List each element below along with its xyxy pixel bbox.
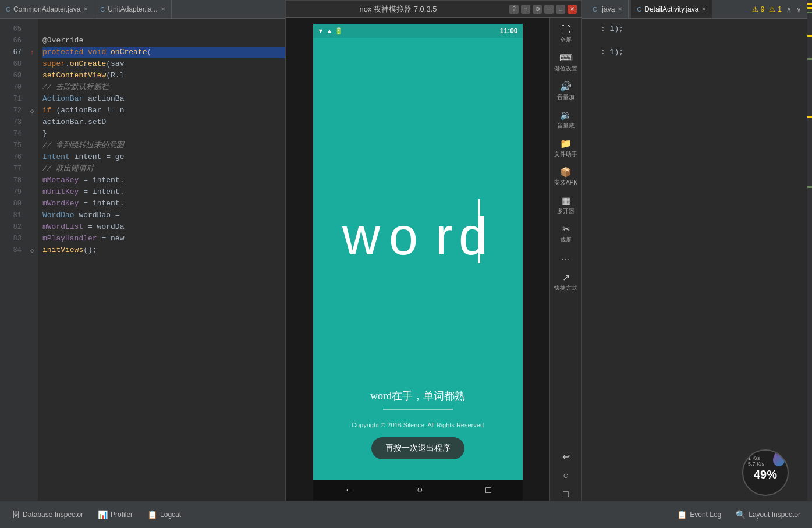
emulator-sidebar: ⛶ 全屏 ⌨ 键位设置 🔊 音量加 🔉 音量减 📁 文件助手 📦 安装APK — [549, 18, 581, 506]
java-icon-2: C — [100, 6, 105, 13]
more-icon: … — [561, 252, 570, 263]
code-line-82: mWordList = wordDa — [42, 221, 291, 233]
code-line-76: Intent intent = ge — [42, 151, 291, 163]
close-tab-2[interactable]: ✕ — [161, 6, 165, 12]
warning-nav[interactable]: ∧ — [786, 5, 792, 13]
back-nav-icon: ↩ — [562, 451, 570, 462]
recents-button[interactable]: □ — [485, 485, 491, 495]
tab-java-right[interactable]: C .java ✕ — [587, 0, 629, 18]
help-button[interactable]: ? — [509, 5, 519, 14]
install-apk-button[interactable]: 📦 安装APK — [551, 163, 580, 190]
back-nav-button[interactable]: ↩ — [551, 448, 580, 466]
logcat-label: Logcat — [160, 511, 181, 519]
home-nav-button[interactable]: ○ — [551, 467, 580, 484]
gutter-mark-4 — [807, 35, 812, 37]
screenshot-button[interactable]: ✂ 截屏 — [551, 220, 580, 247]
gutter-mark-3 — [807, 12, 812, 13]
balloon-decoration — [773, 452, 785, 466]
code-editor-left: 65 66 67 68 69 70 71 72 73 74 75 76 77 7… — [0, 19, 291, 501]
java-icon-r1: C — [593, 6, 597, 13]
warning-count-2: ⚠ 1 — [769, 5, 782, 13]
file-assistant-button[interactable]: 📁 文件助手 — [551, 134, 580, 162]
fullscreen-icon: ⛶ — [561, 24, 570, 35]
word-logo-svg: w o r d — [336, 185, 499, 278]
line-numbers: 65 66 67 68 69 70 71 72 73 74 75 76 77 7… — [0, 19, 26, 501]
exit-toast: 再按一次退出程序 — [371, 437, 464, 459]
net-up-speed: 1 K/s — [748, 455, 760, 461]
code-line-69: setContentView(R.l — [42, 70, 291, 81]
event-log-icon: 📋 — [677, 510, 687, 519]
ide-right-panel: C .java ✕ C DetailActivity.java ✕ ⚠ 9 ⚠ … — [582, 0, 812, 501]
net-down-speed: 5.7 K/s — [748, 461, 764, 467]
code-line-66: @Override — [42, 35, 291, 47]
volume-down-button[interactable]: 🔉 音量减 — [551, 106, 580, 133]
svg-text:w: w — [342, 207, 381, 265]
code-content-left[interactable]: @Override protected void onCreate( super… — [38, 19, 291, 501]
volume-down-icon: 🔉 — [560, 109, 572, 121]
volume-up-icon: 🔊 — [560, 81, 572, 92]
emulator-title-text: nox 夜神模拟器 7.0.3.5 — [290, 4, 506, 15]
install-icon: 📦 — [560, 166, 572, 178]
layout-inspector-button[interactable]: 🔍 Layout Inspector — [730, 508, 806, 522]
tab-common-adapter[interactable]: C CommonAdapter.java ✕ — [0, 0, 94, 18]
profiler-button[interactable]: 📊 Profiler — [92, 508, 139, 522]
right-code-line-3: : 1); — [589, 47, 805, 58]
volume-up-button[interactable]: 🔊 音量加 — [551, 77, 580, 105]
minimize-button[interactable]: ─ — [544, 5, 554, 14]
back-button[interactable]: ← — [344, 484, 354, 496]
code-line-84: initViews(); — [42, 244, 291, 256]
tab-bar-right: C .java ✕ C DetailActivity.java ✕ ⚠ 9 ⚠ … — [582, 0, 812, 19]
code-line-77: // 取出键值对 — [42, 163, 291, 175]
shortcut-button[interactable]: ↗ 快捷方式 — [551, 268, 580, 296]
close-tab-1[interactable]: ✕ — [83, 6, 88, 12]
right-gutter-marks — [807, 0, 812, 501]
right-code-line-1: : 1); — [589, 23, 805, 35]
emulator-window: nox 夜神模拟器 7.0.3.5 ? ≡ ⚙ ─ □ ✕ ▼ ▲ 🔋 11:0… — [285, 0, 582, 506]
warning-bar: ⚠ 9 ⚠ 1 ∧ ∨ — [746, 5, 807, 13]
file-icon: 📁 — [560, 138, 572, 149]
menu-button[interactable]: ≡ — [521, 5, 530, 14]
multi-open-button[interactable]: ▦ 多开器 — [551, 192, 580, 219]
code-line-71: ActionBar actionBa — [42, 93, 291, 105]
fullscreen-button[interactable]: ⛶ 全屏 — [551, 21, 580, 48]
shortcut-icon: ↗ — [562, 272, 570, 283]
keyboard-icon: ⌨ — [559, 52, 573, 63]
database-inspector-label: Database Inspector — [23, 511, 83, 519]
close-tab-r1[interactable]: ✕ — [618, 6, 622, 12]
settings-button[interactable]: ⚙ — [533, 5, 542, 14]
code-line-83: mPlayHandler = new — [42, 233, 291, 244]
phone-status-bar: ▼ ▲ 🔋 11:00 — [313, 24, 523, 38]
database-inspector-button[interactable]: 🗄 Database Inspector — [6, 508, 89, 522]
warning-nav-down[interactable]: ∨ — [796, 5, 802, 13]
app-logo: w o r d — [336, 49, 499, 389]
more-button[interactable]: … — [551, 249, 580, 267]
gutter-mark-1 — [807, 3, 812, 5]
svg-text:r: r — [435, 207, 453, 265]
gutter-mark-5 — [807, 58, 812, 60]
tab-unit-adapter[interactable]: C UnitAdapter.ja... ✕ — [94, 0, 171, 18]
layout-inspector-label: Layout Inspector — [749, 511, 800, 519]
emulator-title-bar: nox 夜神模拟器 7.0.3.5 ? ≡ ⚙ ─ □ ✕ — [286, 1, 581, 18]
event-log-button[interactable]: 📋 Event Log — [671, 508, 727, 522]
close-button[interactable]: ✕ — [568, 5, 577, 14]
java-icon: C — [6, 6, 10, 13]
wifi-icon: ▼ — [318, 27, 324, 34]
phone-screen-wrapper: ▼ ▲ 🔋 11:00 w o — [286, 18, 549, 506]
maximize-button[interactable]: □ — [556, 5, 565, 14]
phone-app-screen[interactable]: w o r d — [313, 38, 523, 480]
code-line-80: mWordKey = intent. — [42, 198, 291, 210]
logcat-button[interactable]: 📋 Logcat — [141, 508, 187, 522]
keyboard-settings-button[interactable]: ⌨ 键位设置 — [551, 49, 580, 76]
svg-text:d: d — [459, 207, 488, 265]
tagline-underline — [383, 409, 453, 410]
home-button[interactable]: ○ — [417, 484, 423, 496]
emulator-body: ▼ ▲ 🔋 11:00 w o — [286, 18, 581, 506]
close-tab-r2[interactable]: ✕ — [701, 6, 706, 12]
status-time: 11:00 — [500, 27, 518, 35]
recents-nav-icon: □ — [563, 489, 569, 499]
gutter-mark-6 — [807, 116, 812, 118]
multiopen-icon: ▦ — [562, 195, 570, 206]
warning-count-1: ⚠ 9 — [752, 5, 765, 13]
tab-detail-activity[interactable]: C DetailActivity.java ✕ — [631, 0, 712, 18]
code-line-70: // 去除默认标题栏 — [42, 81, 291, 93]
